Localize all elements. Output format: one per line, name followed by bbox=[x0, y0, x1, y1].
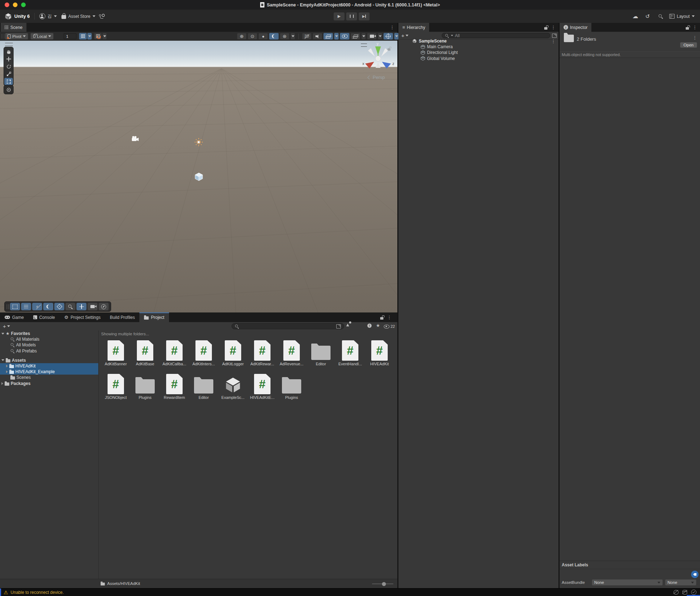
scene-panel-menu-icon[interactable]: ⋮ bbox=[390, 25, 394, 30]
bottom-toolbar-handle[interactable] bbox=[7, 304, 9, 309]
move-overlay-button[interactable] bbox=[76, 303, 86, 310]
asset-item-examplesc-[interactable]: ExampleSc... bbox=[219, 371, 247, 400]
global-search-button[interactable] bbox=[659, 10, 663, 23]
scale-tool-button[interactable] bbox=[4, 70, 13, 77]
slider-thumb[interactable] bbox=[382, 582, 386, 586]
debugger-detached-icon[interactable] bbox=[674, 590, 679, 595]
thumbnail-zoom-slider[interactable] bbox=[372, 584, 393, 584]
sidebar-item-assets[interactable]: Assets bbox=[0, 357, 98, 363]
lock-icon[interactable] bbox=[686, 27, 689, 30]
open-button[interactable]: Open bbox=[680, 42, 697, 48]
grid-toggle-button[interactable]: # bbox=[32, 303, 42, 310]
asset-item-adkitinters-[interactable]: #AdKitInters... bbox=[189, 338, 218, 366]
grid-visual-dropdown[interactable] bbox=[361, 33, 366, 40]
sidebar-item-packages[interactable]: Packages bbox=[0, 381, 98, 386]
hierarchy-item-main-camera[interactable]: Main Camera bbox=[398, 44, 558, 50]
scene-picker-icon[interactable] bbox=[552, 34, 557, 38]
lighting-overlay-button[interactable] bbox=[43, 303, 53, 310]
gizmo-overlay-button[interactable] bbox=[54, 303, 64, 310]
project-search-field[interactable] bbox=[232, 323, 344, 329]
camera-gizmo-icon[interactable] bbox=[131, 136, 139, 142]
tab-hierarchy[interactable]: ≡ Hierarchy bbox=[398, 23, 429, 32]
grid-visual-button[interactable] bbox=[351, 33, 360, 40]
asset-item-plugins[interactable]: Plugins bbox=[277, 371, 306, 400]
sidebar-item-all-models[interactable]: All Models bbox=[0, 342, 98, 348]
favorites-filter-button[interactable]: ★ bbox=[376, 323, 380, 328]
grid-snap-toggle[interactable] bbox=[79, 33, 87, 40]
skybox-toggle[interactable] bbox=[269, 33, 279, 40]
sidebar-item-scenes[interactable]: Scenes bbox=[0, 375, 98, 380]
asset-item-editor[interactable]: Editor bbox=[307, 338, 335, 366]
minimize-window-button[interactable] bbox=[13, 2, 18, 7]
pause-button[interactable] bbox=[346, 12, 357, 21]
header-menu-icon[interactable]: ⋮ bbox=[692, 35, 697, 40]
axis-x-label[interactable]: x bbox=[362, 61, 364, 66]
hierarchy-item-global-volume[interactable]: Global Volume bbox=[398, 56, 558, 61]
grid-size-input[interactable]: 1 bbox=[64, 33, 76, 39]
tab-scene[interactable]: Scene bbox=[1, 23, 26, 32]
asset-item-editor[interactable]: Editor bbox=[189, 371, 218, 400]
hierarchy-menu-icon[interactable]: ⋮ bbox=[551, 25, 556, 30]
pivot-dropdown[interactable]: Pivot bbox=[5, 33, 28, 40]
search-in-window-icon[interactable] bbox=[336, 324, 341, 329]
scene-visibility-toggle[interactable] bbox=[340, 33, 349, 40]
navigation-overlay-button[interactable] bbox=[99, 303, 109, 310]
asset-item-rewarditem[interactable]: #RewardItem bbox=[160, 371, 189, 400]
sidebar-item-hiveadkit[interactable]: HIVEAdKit bbox=[0, 363, 98, 369]
move-tool-button[interactable] bbox=[4, 55, 13, 62]
view-options-button[interactable] bbox=[21, 303, 31, 310]
dock-menu-icon[interactable]: ⋮ bbox=[387, 315, 392, 320]
local-dropdown[interactable]: Local bbox=[30, 33, 54, 40]
rotate-tool-button[interactable] bbox=[4, 63, 13, 70]
visibility-counter[interactable]: 22 bbox=[384, 324, 395, 329]
grid-snap-dropdown[interactable] bbox=[87, 33, 92, 40]
asset-item-hiveadkit[interactable]: #HIVEAdKit bbox=[365, 338, 394, 366]
effects-dropdown[interactable] bbox=[291, 33, 295, 40]
sidebar-item-all-prefabs[interactable]: All Prefabs bbox=[0, 348, 98, 354]
tab-console[interactable]: Console bbox=[29, 312, 60, 322]
render-mode-button[interactable]: ⊙ bbox=[248, 33, 257, 40]
close-window-button[interactable] bbox=[5, 2, 9, 7]
fx-dropdown[interactable] bbox=[334, 33, 339, 40]
volume-cube-gizmo-icon[interactable] bbox=[195, 172, 203, 181]
hierarchy-item-directional-light[interactable]: Directional Light bbox=[398, 50, 558, 55]
step-button[interactable]: ▶ bbox=[358, 12, 370, 21]
create-asset-button[interactable]: + bbox=[3, 324, 10, 329]
asset-item-adkitlogger[interactable]: #AdKitLogger bbox=[219, 338, 247, 366]
asset-item-jsonobject[interactable]: #JSONObject bbox=[101, 371, 130, 400]
toolbar-drag-handle[interactable] bbox=[2, 34, 4, 39]
sun-gizmo-icon[interactable] bbox=[194, 137, 203, 147]
cloud-button[interactable]: ☁ bbox=[632, 10, 638, 23]
audio-toggle[interactable] bbox=[313, 33, 322, 40]
asset-item-eventhandl-[interactable]: #EventHandl... bbox=[336, 338, 364, 366]
play-button[interactable]: ▶ bbox=[333, 12, 345, 21]
tab-game[interactable]: Game bbox=[0, 312, 29, 322]
camera-overlay-button[interactable] bbox=[88, 303, 98, 310]
account-menu[interactable]: 김 bbox=[39, 10, 57, 23]
scene-viewport[interactable]: # bbox=[0, 41, 397, 312]
undo-history-button[interactable]: ↺ bbox=[645, 10, 650, 23]
fx-toggle[interactable] bbox=[323, 33, 333, 40]
hierarchy-search-field[interactable]: All bbox=[442, 33, 550, 38]
asset-item-adrevenue-[interactable]: #AdRevenue... bbox=[277, 338, 306, 366]
rect-overlay-button[interactable] bbox=[10, 303, 20, 310]
status-message-row[interactable]: ⚠ Unable to reconnect device. bbox=[4, 589, 64, 596]
add-label-button[interactable] bbox=[691, 571, 699, 578]
collapse-arrow-icon[interactable] bbox=[1, 359, 4, 361]
view-tool-button[interactable] bbox=[4, 48, 13, 55]
sidebar-item-favorites[interactable]: ★Favorites bbox=[0, 331, 98, 336]
asset-store-menu[interactable]: Asset Store bbox=[61, 10, 95, 23]
hierarchy-item-samplescene[interactable]: SampleScene⋮ bbox=[398, 38, 558, 44]
asset-item-plugins[interactable]: Plugins bbox=[131, 371, 159, 400]
gizmos-toggle[interactable] bbox=[383, 33, 393, 40]
transform-tool-button[interactable] bbox=[4, 86, 13, 93]
sidebar-item-hiveadkit_example[interactable]: HIVEAdKit_Example bbox=[0, 369, 98, 375]
effects-button[interactable]: ⊛ bbox=[280, 33, 289, 40]
tab-inspector[interactable]: i Inspector bbox=[560, 23, 591, 32]
breadcrumb[interactable]: Assets/HIVEAdKit bbox=[100, 581, 140, 586]
asset-item-adkitrewar-[interactable]: #AdKitRewar... bbox=[248, 338, 277, 366]
lighting-toggle[interactable]: ● bbox=[258, 33, 268, 40]
orientation-gizmo[interactable]: y x z Persp bbox=[360, 41, 397, 84]
shading-mode-button[interactable]: ⊕ bbox=[237, 33, 247, 40]
assetbundle-primary-dropdown[interactable]: None bbox=[592, 579, 663, 586]
